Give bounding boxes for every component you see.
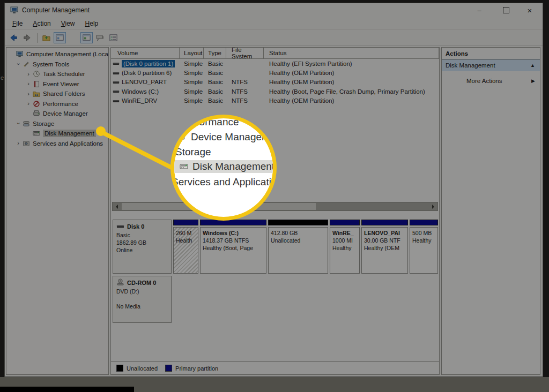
magnified-tree-label-disk-management: Disk Management	[192, 161, 274, 172]
magnified-tree-label-services-and-applicatio: Services and Applicatio	[172, 176, 277, 188]
magnified-disk-icon	[180, 162, 188, 173]
magnifier-callout-circle: rformanceDevice ManagerStorageDisk Manag…	[170, 115, 277, 221]
screenshot-stage: e Computer Management – × FileActionView…	[0, 0, 549, 392]
magnified-tree-label-device-manager: Device Manager	[191, 131, 265, 143]
dim-overlay	[0, 0, 549, 392]
magnified-tree-label-storage: Storage	[175, 146, 211, 158]
